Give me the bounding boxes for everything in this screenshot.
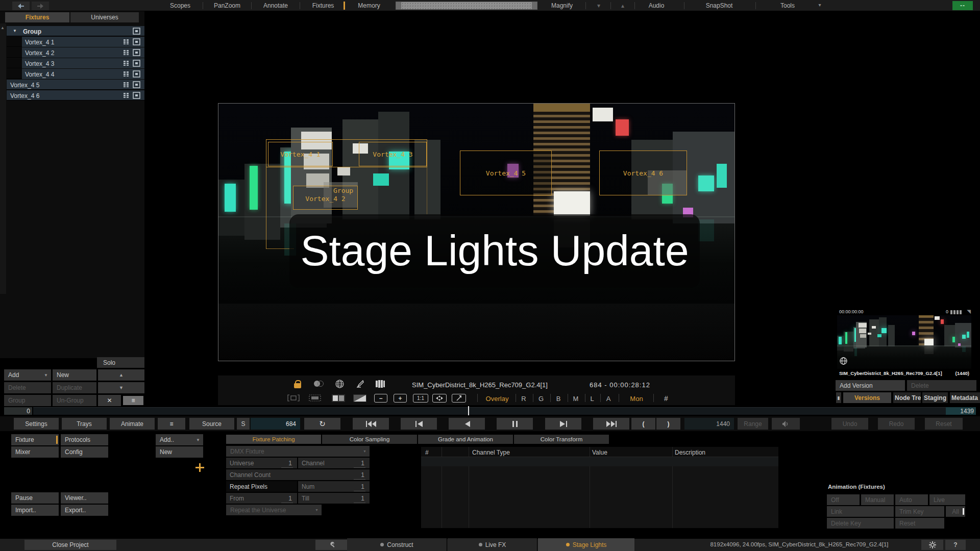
- letterbox-icon[interactable]: [309, 394, 321, 402]
- source-mode-button[interactable]: S: [237, 418, 250, 430]
- monitor-toggle[interactable]: Mon: [624, 395, 649, 403]
- patch-grid-icon[interactable]: [123, 82, 130, 88]
- fixture-box-vortex45[interactable]: Vortex_4 5: [460, 151, 552, 195]
- new-button[interactable]: New: [53, 369, 96, 381]
- solo-button[interactable]: Solo: [97, 357, 144, 368]
- animate-button[interactable]: Animate: [110, 418, 155, 430]
- lock-icon[interactable]: [294, 380, 301, 388]
- menu-item-memory[interactable]: Memory: [352, 2, 386, 9]
- anim-all-button[interactable]: All: [946, 506, 965, 517]
- tab-fixture-patching[interactable]: Fixture Patching: [226, 435, 321, 444]
- monitor-icon[interactable]: [133, 49, 140, 56]
- move-up-button[interactable]: ▲: [98, 369, 144, 381]
- window-minimize-button[interactable]: --: [952, 1, 973, 10]
- monitor-icon[interactable]: [133, 38, 140, 45]
- tree-scrollbar[interactable]: ▲: [0, 23, 6, 294]
- monitor-icon[interactable]: [133, 28, 140, 35]
- add-fixture-button[interactable]: Add.. ▼: [156, 434, 203, 445]
- move-down-button[interactable]: ▼: [98, 382, 144, 393]
- timeline-track[interactable]: [33, 407, 946, 415]
- monitor-icon[interactable]: [133, 60, 140, 67]
- anim-off-button[interactable]: Off: [827, 494, 860, 505]
- play-reverse-button[interactable]: [449, 418, 485, 430]
- tab-stage-lights[interactable]: Stage Lights: [538, 538, 634, 551]
- tree-row[interactable]: Vortex_4 3: [7, 58, 144, 68]
- tab-staging[interactable]: Staging: [922, 392, 948, 403]
- tree-row[interactable]: Vortex_4 4: [7, 69, 144, 79]
- fixture-box-vortex46[interactable]: Vortex_4 6: [599, 151, 687, 195]
- add-version-button[interactable]: Add Version: [836, 380, 905, 391]
- timeline-start-field[interactable]: 0: [4, 407, 32, 415]
- settings-gear-button[interactable]: [921, 540, 943, 550]
- menu-item-panzoom[interactable]: PanZoom: [209, 2, 245, 9]
- from-field[interactable]: From 1: [226, 493, 297, 504]
- num-field[interactable]: Num 1: [298, 481, 370, 492]
- preview-thumbnail-image[interactable]: [837, 315, 971, 369]
- group-button[interactable]: Group: [4, 395, 51, 406]
- anim-reset-button[interactable]: Reset: [895, 518, 944, 529]
- tools-caret-icon[interactable]: ▾: [816, 2, 824, 8]
- source-button[interactable]: Source: [189, 418, 234, 430]
- export-button[interactable]: Export..: [61, 505, 108, 516]
- delete-version-button[interactable]: Delete: [907, 380, 976, 391]
- tab-grade-animation[interactable]: Grade and Animation: [418, 435, 513, 444]
- loop-in-button[interactable]: (: [631, 418, 655, 430]
- versions-pin-chip[interactable]: ▮: [836, 392, 841, 403]
- channel-m-toggle[interactable]: M: [569, 395, 583, 403]
- anim-manual-button[interactable]: Manual: [861, 494, 894, 505]
- monitor-icon[interactable]: [133, 92, 140, 99]
- menu-item-magnify[interactable]: Magnify: [545, 2, 579, 9]
- zoom-in-caret-icon[interactable]: ▴: [618, 2, 628, 9]
- menu-item-audio[interactable]: Audio: [642, 2, 671, 9]
- clear-selection-button[interactable]: ✕: [98, 395, 121, 406]
- tab-color-transform[interactable]: Color Transform: [514, 435, 609, 444]
- protocols-tab-button[interactable]: Protocols: [61, 434, 108, 445]
- tree-row[interactable]: Vortex_4 5: [7, 80, 144, 90]
- zoom-in-button[interactable]: +: [394, 394, 407, 403]
- reset-button[interactable]: Reset: [925, 418, 963, 430]
- anim-link-button[interactable]: Link: [827, 506, 894, 517]
- timeline-playhead[interactable]: [468, 406, 469, 415]
- list-menu-handle[interactable]: ≡: [123, 396, 143, 405]
- channel-g-toggle[interactable]: G: [534, 395, 548, 403]
- compare-icon[interactable]: [314, 381, 323, 388]
- settings-button[interactable]: Settings: [14, 418, 59, 430]
- duplicate-button[interactable]: Duplicate: [53, 382, 96, 393]
- delete-button[interactable]: Delete: [4, 382, 51, 393]
- tab-fixtures[interactable]: Fixtures: [5, 12, 69, 22]
- fixture-box-vortex41[interactable]: Vortex_4 1: [268, 142, 333, 166]
- timeline-end-field[interactable]: 1439: [946, 407, 976, 415]
- anim-live-button[interactable]: Live: [929, 494, 965, 505]
- channel-r-toggle[interactable]: R: [517, 395, 531, 403]
- tree-row-group[interactable]: ▼ Group: [7, 26, 144, 36]
- preview-player[interactable]: 00:00:00:00 0 ◥: [837, 309, 971, 378]
- viewer-window-button[interactable]: Viewer..: [61, 492, 108, 504]
- help-button[interactable]: ?: [945, 540, 966, 550]
- anim-trim-key-button[interactable]: Trim Key: [895, 506, 944, 517]
- monitor-icon[interactable]: [133, 81, 140, 88]
- patch-grid-icon[interactable]: [123, 92, 130, 98]
- dual-view-icon[interactable]: [332, 394, 345, 402]
- channel-b-toggle[interactable]: B: [551, 395, 566, 403]
- range-button[interactable]: Range: [738, 418, 768, 430]
- fixture-tab-button[interactable]: Fixture: [11, 434, 59, 445]
- till-field[interactable]: Till 1: [298, 493, 370, 504]
- skip-to-start-button[interactable]: [353, 418, 389, 430]
- pause-button[interactable]: [497, 418, 533, 430]
- current-frame-field[interactable]: 684: [251, 418, 300, 430]
- anim-auto-button[interactable]: Auto: [895, 494, 928, 505]
- menu-item-tools[interactable]: Tools: [775, 2, 800, 9]
- tree-row[interactable]: Vortex_4 6: [7, 90, 144, 101]
- menu-item-snapshot[interactable]: SnapShot: [700, 2, 738, 9]
- config-tab-button[interactable]: Config: [61, 446, 108, 458]
- total-frames-field[interactable]: 1440: [684, 418, 734, 430]
- split-view-icon[interactable]: [353, 394, 366, 402]
- patch-grid-icon[interactable]: [123, 39, 130, 45]
- overlay-toggle[interactable]: Overlay: [482, 395, 512, 403]
- repeat-pixels-toggle[interactable]: Repeat Pixels: [226, 481, 297, 492]
- zoom-out-caret-icon[interactable]: ▾: [594, 2, 604, 9]
- patch-grid-icon[interactable]: [123, 71, 130, 77]
- patch-grid-icon[interactable]: [123, 60, 130, 66]
- redo-button[interactable]: Redo: [878, 418, 915, 430]
- grid-toggle[interactable]: #: [659, 394, 673, 403]
